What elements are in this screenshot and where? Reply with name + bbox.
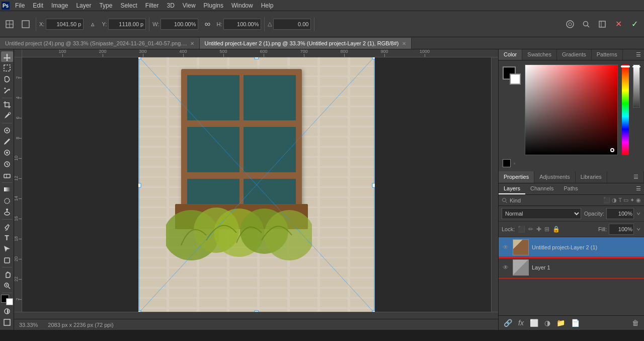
layer-row-layer2[interactable]: 👁 Untitled project-Layer 2 (1) [499, 237, 644, 257]
menu-plugins[interactable]: Plugins [200, 0, 227, 11]
background-swatch[interactable] [510, 74, 521, 85]
scrollbar-horizontal[interactable] [14, 312, 498, 319]
filter-adjustment[interactable]: ◑ [612, 197, 617, 203]
menu-help[interactable]: Help [257, 0, 278, 11]
fit-view-icon[interactable] [595, 17, 609, 31]
filter-smart[interactable]: ✦ [630, 197, 634, 203]
filter-text[interactable]: T [618, 197, 622, 203]
app-icon[interactable]: Ps [0, 0, 11, 11]
screen-mode[interactable] [1, 317, 13, 328]
tool-quick-mask[interactable] [1, 306, 13, 316]
color-panel-menu[interactable]: ☰ [633, 49, 644, 60]
filter-toggle[interactable]: ◉ [636, 197, 641, 203]
tab-channels[interactable]: Channels [525, 183, 558, 194]
tab-2[interactable]: Untitled project-Layer 2 (1).png @ 33.3%… [200, 38, 412, 49]
menu-type[interactable]: Type [95, 0, 116, 11]
extra-bar-1[interactable] [633, 64, 640, 108]
tool-eraser[interactable] [1, 170, 13, 181]
lock-position-icon[interactable]: ✚ [536, 226, 541, 233]
color-spectrum[interactable] [525, 64, 618, 155]
tab-adjustments[interactable]: Adjustments [534, 171, 576, 183]
tool-heal[interactable] [1, 125, 13, 135]
tool-zoom[interactable] [1, 281, 13, 291]
layer2-visibility[interactable]: 👁 [502, 244, 510, 251]
tab-1-close[interactable]: ✕ [190, 41, 194, 46]
tool-eyedropper[interactable] [1, 111, 13, 121]
menu-layer[interactable]: Layer [72, 0, 95, 11]
menu-edit[interactable]: Edit [29, 0, 47, 11]
link-wh-icon[interactable]: ∞ [200, 17, 214, 31]
fg-bg-color-swatches[interactable] [503, 66, 521, 85]
opacity-input[interactable] [606, 208, 634, 219]
menu-view[interactable]: View [179, 0, 200, 11]
workspace-icon[interactable] [563, 17, 577, 31]
menu-window[interactable]: Window [227, 0, 257, 11]
tool-path-select[interactable] [1, 244, 13, 254]
tab-2-close[interactable]: ✕ [402, 41, 406, 46]
h-input[interactable] [223, 19, 261, 30]
transform-option[interactable] [19, 17, 33, 31]
layers-adjustment-btn[interactable]: ◑ [542, 318, 552, 328]
layer1-visibility[interactable]: 👁 [502, 264, 510, 271]
blend-mode-select[interactable]: Normal [502, 208, 581, 219]
search-icon[interactable] [579, 17, 593, 31]
tool-dodge[interactable] [1, 207, 13, 218]
hue-bar[interactable] [622, 64, 629, 155]
menu-select[interactable]: Select [116, 0, 141, 11]
lock-all-icon[interactable]: 🔒 [552, 226, 560, 233]
lock-pixels-icon[interactable]: ⬛ [518, 226, 525, 233]
tool-blur[interactable] [1, 195, 13, 206]
menu-image[interactable]: Image [47, 0, 72, 11]
tool-clone[interactable] [1, 148, 13, 158]
tool-pen[interactable] [1, 221, 13, 232]
x-input[interactable] [46, 19, 84, 30]
layers-mask-btn[interactable]: ⬜ [528, 318, 540, 328]
tool-text[interactable]: T [1, 232, 13, 243]
tab-color[interactable]: Color [499, 49, 522, 60]
angle-input[interactable] [273, 19, 311, 30]
tool-crop[interactable] [1, 99, 13, 110]
tab-libraries[interactable]: Libraries [576, 171, 607, 183]
fill-input[interactable] [609, 224, 634, 235]
tab-gradients[interactable]: Gradients [557, 49, 592, 60]
layers-fx-btn[interactable]: fx [516, 318, 526, 328]
tool-select-rect[interactable] [1, 62, 13, 73]
w-input[interactable] [160, 19, 198, 30]
layers-folder-btn[interactable]: 📁 [554, 318, 567, 328]
tab-swatches[interactable]: Swatches [522, 49, 557, 60]
tab-properties[interactable]: Properties [499, 171, 534, 183]
tool-lasso[interactable] [1, 74, 13, 85]
lock-paint-icon[interactable]: ✏ [528, 226, 533, 233]
menu-3d[interactable]: 3D [163, 0, 178, 11]
tool-history[interactable] [1, 159, 13, 169]
scrollbar-vertical[interactable] [491, 57, 498, 312]
tool-brush[interactable] [1, 136, 13, 147]
lock-artboard-icon[interactable]: ⊞ [544, 226, 549, 233]
fg-bg-colors[interactable] [1, 295, 13, 305]
filter-shape[interactable]: ▭ [623, 197, 628, 203]
commit-transform[interactable]: ✓ [627, 17, 641, 31]
menu-filter[interactable]: Filter [141, 0, 163, 11]
link-xy-icon[interactable]: ▵ [86, 17, 100, 31]
filter-pixel[interactable]: ⬛ [603, 197, 610, 203]
y-input[interactable] [108, 19, 146, 30]
layers-panel-menu[interactable]: ☰ [633, 183, 644, 194]
menu-file[interactable]: File [11, 0, 29, 11]
tool-shape[interactable] [1, 255, 13, 265]
tool-move[interactable] [1, 51, 13, 62]
layers-new-btn[interactable]: 📄 [569, 318, 582, 328]
tab-1[interactable]: Untitled project (24).png @ 33.3% (Snipa… [0, 38, 200, 49]
tab-paths[interactable]: Paths [559, 183, 583, 194]
cancel-transform[interactable]: ✕ [611, 17, 625, 31]
tool-gradient[interactable] [1, 184, 13, 195]
move-tool-option[interactable] [3, 17, 17, 31]
tab-layers[interactable]: Layers [499, 183, 525, 194]
layer-row-layer1[interactable]: 👁 Layer 1 [499, 257, 644, 278]
canvas-area[interactable] [22, 57, 491, 312]
layers-delete-btn[interactable]: 🗑 [630, 318, 641, 328]
layers-link-btn[interactable]: 🔗 [502, 318, 514, 328]
prop-panel-menu[interactable]: ☰ [628, 171, 644, 183]
tool-wand[interactable]: ✦ [1, 85, 13, 96]
tool-hand[interactable] [1, 269, 13, 280]
tab-patterns[interactable]: Patterns [592, 49, 623, 60]
